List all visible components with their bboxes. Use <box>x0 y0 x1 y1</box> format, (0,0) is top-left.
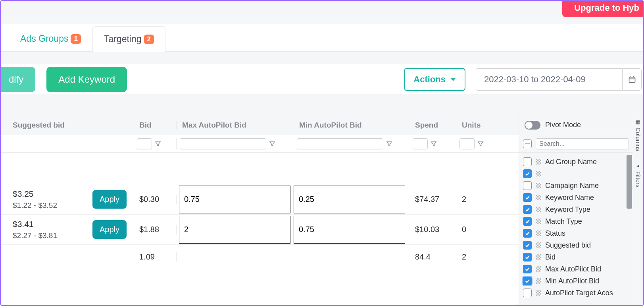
tab-targeting[interactable]: Targeting 2 <box>92 26 165 52</box>
drag-handle-icon[interactable] <box>536 242 541 248</box>
column-checkbox[interactable] <box>523 217 532 226</box>
column-label: Bid <box>545 253 556 261</box>
column-label: Min AutoPilot Bid <box>545 277 599 285</box>
max-autopilot-input[interactable] <box>179 186 290 213</box>
units-value: 0 <box>456 225 496 234</box>
upgrade-banner[interactable]: Upgrade to Hyb <box>562 0 644 17</box>
column-checkbox[interactable] <box>523 193 532 202</box>
filter-spend-input[interactable] <box>413 138 428 149</box>
column-label: Max AutoPilot Bid <box>545 265 601 273</box>
tab-ads-groups[interactable]: Ads Groups 1 <box>9 26 92 51</box>
column-checkbox[interactable] <box>523 169 532 178</box>
filter-icon[interactable] <box>386 140 393 147</box>
spend-value: $10.03 <box>409 225 456 234</box>
date-range-input[interactable] <box>476 68 623 91</box>
footer-units: 2 <box>456 252 496 261</box>
column-checkbox[interactable] <box>523 157 532 166</box>
column-item[interactable] <box>523 168 629 180</box>
add-keyword-button[interactable]: Add Keyword <box>46 67 127 92</box>
rail-filters-tab[interactable]: ▾ Filters <box>633 159 643 196</box>
column-item[interactable]: Min AutoPilot Bid <box>523 275 629 287</box>
apply-button[interactable]: Apply <box>92 220 127 239</box>
suggested-bid-range: $1.22 - $3.52 <box>13 201 92 210</box>
columns-list[interactable]: Ad Group NameCampaign NameKeyword NameKe… <box>519 153 633 305</box>
header-min-autopilot[interactable]: Min AutoPilot Bid <box>294 121 409 130</box>
drag-handle-icon[interactable] <box>536 171 541 176</box>
column-item[interactable]: Max AutoPilot Bid <box>523 263 629 275</box>
column-item[interactable]: Match Type <box>523 215 629 227</box>
column-item[interactable]: Keyword Name <box>523 192 629 203</box>
column-checkbox[interactable] <box>523 241 532 250</box>
footer-spend: 84.4 <box>409 252 456 261</box>
column-item[interactable]: Status <box>523 227 629 239</box>
pivot-mode-toggle[interactable] <box>525 121 540 130</box>
column-label: Match Type <box>545 217 582 226</box>
header-spend[interactable]: Spend <box>409 121 456 130</box>
drag-handle-icon[interactable] <box>536 266 541 272</box>
column-label: Status <box>545 229 565 238</box>
drag-handle-icon[interactable] <box>536 183 541 188</box>
filter-icon[interactable] <box>430 140 437 147</box>
column-item[interactable]: Ad Group Name <box>523 156 629 168</box>
column-checkbox[interactable] <box>523 253 532 261</box>
svg-rect-0 <box>629 77 635 82</box>
tab-targeting-count: 2 <box>144 35 154 44</box>
column-item[interactable]: Suggested bid <box>523 239 629 251</box>
bid-value: $0.30 <box>134 195 177 204</box>
drag-handle-icon[interactable] <box>536 219 541 224</box>
columns-side-panel: Pivot Mode Ad Group NameCampaign NameKey… <box>519 115 633 305</box>
min-autopilot-input[interactable] <box>294 186 405 213</box>
calendar-button[interactable] <box>623 68 642 91</box>
spend-value: $74.37 <box>409 195 456 204</box>
calendar-icon <box>628 76 636 83</box>
drag-handle-icon[interactable] <box>536 278 541 284</box>
columns-search-input[interactable] <box>536 138 629 149</box>
drag-handle-icon[interactable] <box>536 195 541 200</box>
column-label: Suggested bid <box>545 241 591 250</box>
header-units[interactable]: Units <box>456 121 496 130</box>
column-checkbox[interactable] <box>523 265 532 273</box>
column-label: Campaign Name <box>545 182 599 190</box>
column-checkbox[interactable] <box>523 289 532 297</box>
filter-max-input[interactable] <box>180 138 266 149</box>
column-item[interactable]: Keyword Type <box>523 203 629 215</box>
drag-handle-icon[interactable] <box>536 230 541 236</box>
drag-handle-icon[interactable] <box>536 290 541 296</box>
column-item[interactable]: Campaign Name <box>523 180 629 192</box>
scrollbar-thumb[interactable] <box>627 155 632 209</box>
header-bid[interactable]: Bid <box>134 121 177 130</box>
suggested-bid-value: $3.41 <box>13 219 92 229</box>
column-item[interactable]: AutoPilot Target Acos <box>523 287 629 299</box>
drag-handle-icon[interactable] <box>536 207 541 212</box>
filter-units-input[interactable] <box>459 138 475 149</box>
filter-min-input[interactable] <box>297 138 383 149</box>
drag-handle-icon[interactable] <box>536 254 541 260</box>
filter-bid-input[interactable] <box>137 138 152 149</box>
modify-button[interactable]: dify <box>0 67 35 92</box>
bid-value: $1.88 <box>134 225 177 234</box>
rail-columns-tab[interactable]: ▦ Columns <box>633 115 643 159</box>
column-label: AutoPilot Target Acos <box>545 289 613 297</box>
column-checkbox[interactable] <box>523 181 532 190</box>
drag-handle-icon[interactable] <box>536 159 541 165</box>
units-value: 2 <box>456 195 496 204</box>
apply-button[interactable]: Apply <box>92 190 127 209</box>
pivot-mode-label: Pivot Mode <box>545 121 581 129</box>
column-checkbox[interactable] <box>523 229 532 238</box>
header-suggested-bid[interactable]: Suggested bid <box>1 121 134 130</box>
header-max-autopilot[interactable]: Max AutoPilot Bid <box>177 121 294 130</box>
column-item[interactable]: Bid <box>523 251 629 263</box>
date-range-picker[interactable] <box>476 68 642 91</box>
filter-icon[interactable] <box>269 140 276 147</box>
min-autopilot-input[interactable] <box>294 216 405 244</box>
column-checkbox[interactable] <box>523 205 532 214</box>
max-autopilot-input[interactable] <box>179 216 290 244</box>
filter-icon[interactable] <box>477 140 484 147</box>
toolbar: dify Add Keyword Actions <box>1 64 643 94</box>
select-all-checkbox[interactable] <box>523 139 532 148</box>
filter-icon[interactable] <box>154 140 161 147</box>
actions-label: Actions <box>413 74 446 85</box>
actions-dropdown[interactable]: Actions <box>404 68 465 91</box>
column-checkbox[interactable] <box>523 277 532 285</box>
column-label: Keyword Type <box>545 205 590 214</box>
